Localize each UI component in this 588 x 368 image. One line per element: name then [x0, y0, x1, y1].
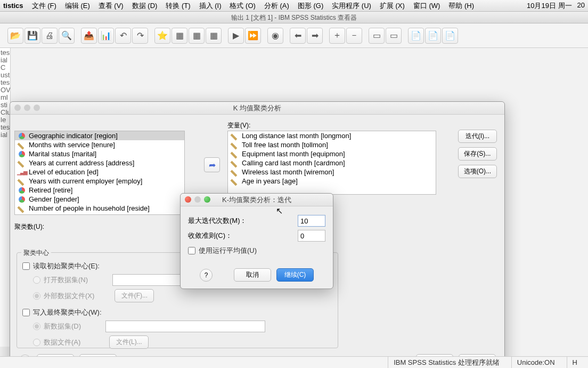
data-file-label: 数据文件(A)	[44, 338, 80, 347]
run2-icon[interactable]: ⏩	[245, 28, 261, 44]
minus-icon[interactable]: －	[346, 28, 362, 44]
convergence-label: 收敛准则(C)：	[188, 231, 293, 241]
window-title: 输出 1 [文档 1] - IBM SPSS Statistics 查看器	[0, 12, 588, 23]
convergence-input[interactable]	[298, 230, 325, 242]
iterate-dialog: K-均值聚类分析：迭代 最大迭代次数(M)： 收敛准则(C)： 使用运行平均值(…	[180, 193, 333, 289]
preview-icon[interactable]: 🔍	[59, 28, 75, 44]
menu-help[interactable]: 帮助 (H)	[448, 1, 474, 11]
table2-icon[interactable]: ▦	[189, 28, 205, 44]
new-dataset-label: 新数据集(D)	[44, 322, 81, 331]
target-variable-list[interactable]: Long distance last month [longmon] Toll …	[227, 131, 436, 195]
outline-pane[interactable]: tesial Cust tesOVml stiClu letesial	[0, 48, 11, 347]
table1-icon[interactable]: ▦	[172, 28, 187, 44]
iterate-button[interactable]: 迭代(I)...	[458, 130, 497, 143]
menu-window[interactable]: 窗口 (W)	[413, 1, 440, 11]
chart-icon[interactable]: 📊	[98, 28, 114, 44]
external-file-label: 外部数据文件(X)	[44, 291, 94, 301]
variables-label: 变量(V):	[227, 121, 250, 130]
target-icon[interactable]: ◉	[267, 28, 283, 44]
dialog-title: K 均值聚类分析	[10, 102, 504, 115]
status-bar: IBM SPSS Statistics 处理程序就绪 Unicode:ON H	[0, 356, 588, 368]
data-file-radio	[33, 339, 40, 346]
list-item: Toll free last month [tollmon]	[228, 140, 436, 149]
ordinal-icon	[18, 169, 26, 176]
move-variable-button[interactable]: ➦	[204, 157, 220, 172]
read-initial-checkbox[interactable]	[22, 262, 30, 270]
iter-help-button[interactable]: ?	[200, 269, 213, 282]
menu-analyze[interactable]: 分析 (A)	[264, 1, 289, 11]
write-final-checkbox[interactable]	[22, 309, 30, 316]
options-button[interactable]: 选项(O)...	[458, 165, 497, 178]
mouse-cursor-icon: ↖	[276, 206, 283, 216]
external-file-radio	[33, 292, 40, 300]
menu-data[interactable]: 数据 (D)	[132, 1, 158, 11]
list-item: Years at current address [address]	[15, 158, 184, 167]
undo-icon[interactable]: ↶	[115, 28, 131, 44]
menu-view[interactable]: 查看 (V)	[99, 1, 124, 11]
iter-cancel-button[interactable]: 取消	[234, 268, 271, 282]
redo-icon[interactable]: ↷	[132, 28, 148, 44]
open-dataset-radio	[33, 276, 40, 284]
running-means-checkbox[interactable]	[188, 247, 195, 254]
nominal-icon	[18, 187, 26, 194]
menu-format[interactable]: 格式 (O)	[230, 1, 255, 11]
iter-continue-button[interactable]: 继续(C)	[276, 268, 314, 282]
max-iter-input[interactable]	[298, 215, 325, 227]
close-icon[interactable]	[185, 196, 191, 203]
table3-icon[interactable]: ▦	[206, 28, 222, 44]
menu-graph[interactable]: 图形 (G)	[298, 1, 323, 11]
plus-icon[interactable]: ＋	[329, 28, 345, 44]
iterate-dialog-title: K-均值聚类分析：迭代	[181, 194, 333, 206]
menu-edit[interactable]: 编辑 (E)	[65, 1, 90, 11]
scale-icon	[17, 203, 27, 214]
list-item: Number of people in household [reside]	[15, 204, 184, 213]
list-item: Gender [gender]	[15, 195, 184, 204]
nominal-icon	[18, 196, 26, 203]
zoom-icon[interactable]	[204, 196, 210, 203]
max-iter-label: 最大迭代次数(M)：	[188, 216, 293, 226]
close-icon[interactable]	[14, 105, 21, 111]
save-icon[interactable]: 💾	[24, 28, 40, 44]
read-initial-label: 读取初始聚类中心(E):	[33, 261, 100, 271]
write-final-label: 写入最终聚类中心(W):	[33, 308, 102, 317]
running-means-label: 使用运行平均值(U)	[199, 246, 257, 255]
print-icon[interactable]: 🖨	[42, 28, 58, 44]
page2-icon[interactable]: 📄	[425, 28, 441, 44]
run-icon[interactable]: ▶	[228, 28, 244, 44]
menu-extensions[interactable]: 扩展 (X)	[380, 1, 405, 11]
goto-icon[interactable]: ⭐	[154, 28, 170, 44]
scale-icon	[17, 158, 27, 169]
page1-icon[interactable]: 📄	[408, 28, 424, 44]
minimize-icon[interactable]	[24, 105, 30, 111]
file-l-button[interactable]: 文件(L)...	[109, 335, 149, 349]
menu-utilities[interactable]: 实用程序 (U)	[332, 1, 371, 11]
scale-icon	[17, 140, 27, 150]
list-item: Equipment last month [equipmon]	[228, 149, 436, 158]
doc2-icon[interactable]: ▭	[386, 28, 402, 44]
list-item: Wireless last month [wiremon]	[228, 167, 436, 177]
list-item: Years with current employer [employ]	[15, 177, 184, 186]
source-variable-list[interactable]: Geographic indicator [region] Months wit…	[14, 131, 185, 215]
list-item: Age in years [age]	[228, 177, 436, 186]
list-item: Months with service [tenure]	[15, 140, 184, 149]
menu-insert[interactable]: 插入 (I)	[199, 1, 222, 11]
menubar: tistics 文件 (F) 编辑 (E) 查看 (V) 数据 (D) 转换 (…	[0, 0, 588, 12]
nav-next-icon[interactable]: ➡	[307, 28, 323, 44]
page3-icon[interactable]: 📄	[442, 28, 458, 44]
menu-transform[interactable]: 转换 (T)	[166, 1, 190, 11]
zoom-icon[interactable]	[34, 105, 40, 111]
doc1-icon[interactable]: ▭	[369, 28, 385, 44]
file-f-button[interactable]: 文件(F)...	[115, 289, 154, 302]
save-button[interactable]: 保存(S)...	[458, 147, 497, 161]
menu-file[interactable]: 文件 (F)	[32, 1, 56, 11]
nav-prev-icon[interactable]: ⬅	[290, 28, 306, 44]
list-item: Level of education [ed]	[15, 167, 184, 177]
clock-time: 20	[577, 1, 585, 11]
new-dataset-input	[105, 321, 265, 332]
new-dataset-radio	[33, 323, 40, 330]
open-icon[interactable]: 📂	[7, 28, 23, 44]
list-item: Calling card last month [cardmon]	[228, 158, 436, 167]
export-icon[interactable]: 📤	[81, 28, 97, 44]
scale-icon	[230, 176, 240, 187]
list-item: Geographic indicator [region]	[15, 131, 184, 140]
